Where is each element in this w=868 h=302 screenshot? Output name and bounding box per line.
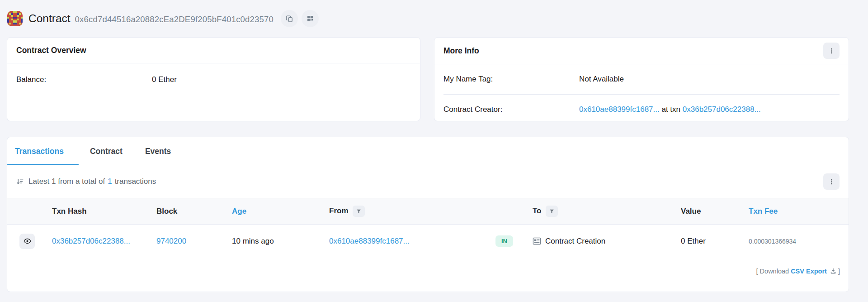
filter-funnel-icon <box>356 209 361 214</box>
bracket-close: ] <box>838 268 840 275</box>
transactions-table: Txn Hash Block Age From To Value Txn Fee <box>7 198 849 258</box>
eye-icon <box>24 237 31 245</box>
from-address-link[interactable]: 0x610ae88399fc1687... <box>329 237 410 245</box>
page-title-label: Contract <box>28 12 71 25</box>
csv-export-row: [ Download CSV Export ] <box>7 268 849 276</box>
header-from: From <box>322 198 489 225</box>
copy-address-button[interactable] <box>281 10 298 27</box>
summary-suffix: transactions <box>115 177 156 186</box>
table-header-row: Txn Hash Block Age From To Value Txn Fee <box>7 198 849 225</box>
contract-creator-label: Contract Creator: <box>443 105 579 114</box>
block-link[interactable]: 9740200 <box>156 237 186 245</box>
to-value-cell: Contract Creation <box>533 237 667 246</box>
tab-bar: Transactions Contract Events <box>7 137 849 165</box>
direction-in-badge: IN <box>495 235 513 247</box>
transaction-row: 0x36b257d06c22388... 9740200 10 mins ago… <box>7 225 849 258</box>
header-eye-column <box>7 198 45 225</box>
summary-prefix: Latest 1 from a total of <box>28 177 105 186</box>
name-tag-label: My Name Tag: <box>443 75 579 84</box>
page-title: Contract 0x6cd7d44516a20882cEa2DE9f205bF… <box>28 12 274 25</box>
tab-transactions[interactable]: Transactions <box>7 137 79 165</box>
summary-cards-row: Contract Overview Balance: 0 Ether More … <box>0 37 868 121</box>
download-label: Download <box>760 268 789 275</box>
value-cell: 0 Ether <box>674 225 742 258</box>
header-from-label: From <box>329 206 349 215</box>
balance-row: Balance: 0 Ether <box>16 75 411 84</box>
contract-creation-icon <box>533 237 541 245</box>
more-info-header: More Info <box>434 38 849 64</box>
csv-export-link[interactable]: CSV Export <box>791 268 827 275</box>
header-txn-fee-link[interactable]: Txn Fee <box>749 207 778 216</box>
transactions-summary-text: Latest 1 from a total of 1 transactions <box>16 177 156 186</box>
name-tag-value: Not Available <box>579 75 624 84</box>
contract-creator-row: Contract Creator: 0x610ae88399fc1687... … <box>443 94 840 125</box>
header-to-label: To <box>533 206 542 215</box>
bracket-open: [ <box>756 268 758 275</box>
header-value: Value <box>674 198 742 225</box>
tab-events[interactable]: Events <box>134 137 182 165</box>
qr-code-icon <box>307 15 314 22</box>
txn-hash-link[interactable]: 0x36b257d06c22388... <box>52 237 130 245</box>
contract-creator-value: 0x610ae88399fc1687... at txn 0x36b257d06… <box>579 105 761 114</box>
contract-identicon-icon <box>7 11 23 26</box>
more-info-title: More Info <box>443 46 479 56</box>
header-to: To <box>526 198 674 225</box>
qr-code-button[interactable] <box>302 10 319 27</box>
txn-preview-button[interactable] <box>19 234 35 249</box>
tab-contract[interactable]: Contract <box>79 137 134 165</box>
transactions-menu-button[interactable] <box>823 173 840 190</box>
download-icon <box>830 268 836 276</box>
kebab-menu-icon <box>828 178 835 185</box>
header-block: Block <box>150 198 225 225</box>
creator-txn-link[interactable]: 0x36b257d06c22388... <box>683 105 761 114</box>
contract-overview-header: Contract Overview <box>7 38 420 63</box>
creator-connector-text: at txn <box>661 105 680 114</box>
kebab-menu-icon <box>828 48 835 54</box>
header-age-link[interactable]: Age <box>232 207 246 216</box>
to-value-text: Contract Creation <box>545 237 605 246</box>
contract-page: Contract 0x6cd7d44516a20882cEa2DE9f205bF… <box>0 0 868 302</box>
summary-count-link[interactable]: 1 <box>108 177 112 186</box>
balance-value: 0 Ether <box>152 75 177 84</box>
contract-overview-card: Contract Overview Balance: 0 Ether <box>7 37 420 121</box>
age-value: 10 mins ago <box>225 225 322 258</box>
contract-address: 0x6cd7d44516a20882cEa2DE9f205bF401c0d235… <box>75 14 274 24</box>
balance-label: Balance: <box>16 75 152 84</box>
header-direction-column <box>489 198 526 225</box>
to-filter-button[interactable] <box>546 206 558 217</box>
transactions-card: Transactions Contract Events Latest 1 fr… <box>7 137 849 292</box>
sort-amount-down-icon <box>16 178 24 186</box>
copy-icon <box>286 15 293 23</box>
txn-fee-value: 0.000301366934 <box>742 225 849 258</box>
more-info-menu-button[interactable] <box>823 43 840 59</box>
filter-funnel-icon <box>549 209 554 214</box>
creator-address-link[interactable]: 0x610ae88399fc1687... <box>579 105 660 114</box>
name-tag-row: My Name Tag: Not Available <box>443 64 840 94</box>
contract-overview-title: Contract Overview <box>16 46 86 55</box>
page-header: Contract 0x6cd7d44516a20882cEa2DE9f205bF… <box>0 0 868 37</box>
contract-overview-body: Balance: 0 Ether <box>7 63 420 96</box>
header-txn-hash: Txn Hash <box>45 198 150 225</box>
more-info-card: More Info My Name Tag: Not Available Con… <box>434 37 849 121</box>
from-filter-button[interactable] <box>353 206 365 217</box>
transactions-summary-row: Latest 1 from a total of 1 transactions <box>7 165 849 198</box>
